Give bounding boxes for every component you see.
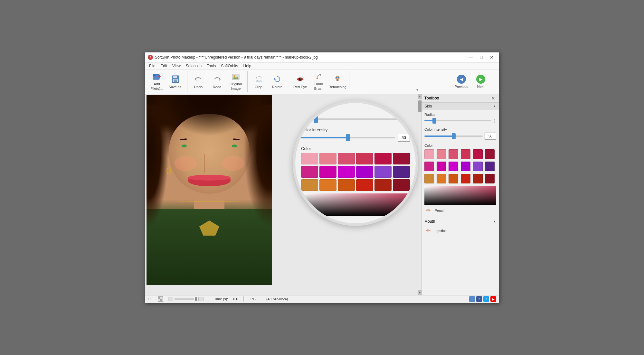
redo-button[interactable]: Redo — [208, 71, 226, 92]
color-swatch-21[interactable] — [301, 166, 318, 178]
menu-tools[interactable]: Tools — [204, 63, 218, 69]
toolbar-more-indicator[interactable]: ▼ — [416, 88, 419, 92]
swatch-r1-1[interactable] — [424, 149, 434, 159]
mag-intensity-container: 50 — [301, 134, 410, 142]
mag-pencil-row: ✏️ ncil — [301, 216, 410, 223]
menu-selection[interactable]: Selection — [183, 63, 204, 69]
color-swatch-16[interactable] — [393, 153, 410, 164]
menu-edit[interactable]: Edit — [158, 63, 170, 69]
scroll-up-button[interactable]: ▲ — [418, 94, 421, 99]
radius-expand-icon[interactable]: ⟩ — [493, 118, 496, 124]
undo-icon — [193, 74, 204, 84]
scroll-thumb[interactable] — [418, 100, 421, 112]
swatch-r2-3[interactable] — [449, 162, 458, 171]
radius-thumb[interactable] — [432, 118, 436, 124]
maximize-button[interactable]: □ — [477, 54, 486, 61]
pencil-tool-icon: ✏ — [424, 207, 432, 214]
swatch-r1-4[interactable] — [461, 149, 470, 159]
color-swatch-15[interactable] — [374, 153, 392, 164]
swatch-r2-2[interactable] — [437, 162, 446, 171]
undo-brush-label: Undo Brush — [314, 82, 324, 90]
intensity-value[interactable]: 50 — [485, 133, 496, 140]
info-icon[interactable]: i — [469, 296, 475, 302]
swatch-r3-4[interactable] — [461, 174, 470, 183]
menu-help[interactable]: Help — [241, 63, 254, 69]
swatch-r2-1[interactable] — [424, 162, 434, 171]
zoom-slider-thumb[interactable] — [195, 297, 197, 301]
facebook-icon[interactable]: f — [476, 296, 482, 302]
swatch-r1-2[interactable] — [437, 149, 446, 159]
youtube-icon[interactable]: ▶ — [490, 296, 496, 302]
previous-button[interactable]: ◀ Previous — [452, 71, 470, 92]
color-swatch-11[interactable] — [301, 153, 318, 164]
color-picker[interactable] — [424, 186, 496, 205]
zoom-minus-button[interactable]: - — [168, 297, 173, 301]
minimize-button[interactable]: — — [467, 54, 476, 61]
color-swatch-36[interactable] — [393, 179, 410, 191]
save-as-button[interactable]: Save as. — [166, 71, 185, 92]
swatch-r1-3[interactable] — [449, 149, 458, 159]
swatch-r2-6[interactable] — [485, 162, 495, 171]
svg-rect-19 — [161, 299, 162, 301]
swatch-r3-3[interactable] — [449, 174, 458, 183]
zoom-fit-button[interactable] — [158, 296, 163, 302]
color-swatch-32[interactable] — [319, 179, 336, 191]
color-swatch-22[interactable] — [319, 166, 336, 178]
color-swatch-35[interactable] — [374, 179, 392, 191]
swatch-r2-5[interactable] — [473, 162, 483, 171]
scroll-down-button[interactable]: ▼ — [418, 290, 421, 295]
swatch-r1-6[interactable] — [485, 149, 495, 159]
radius-track[interactable] — [424, 120, 491, 121]
close-button[interactable]: ✕ — [487, 54, 496, 61]
swatch-r2-4[interactable] — [461, 162, 470, 171]
color-swatch-24[interactable] — [356, 166, 373, 178]
rotate-button[interactable]: Rotate — [268, 71, 286, 92]
twitter-icon[interactable]: t — [483, 296, 489, 302]
undo-brush-icon — [314, 72, 324, 81]
color-swatch-23[interactable] — [338, 166, 355, 178]
color-label: Color — [424, 144, 496, 147]
color-swatch-12[interactable] — [319, 153, 336, 164]
skin-section-header[interactable]: Skin ▲ — [422, 103, 499, 110]
color-swatch-33[interactable] — [338, 179, 355, 191]
original-image-button[interactable]: Original Image — [227, 71, 245, 92]
mag-intensity-value[interactable]: 50 — [398, 134, 410, 142]
undo-button[interactable]: Undo — [189, 71, 207, 92]
mag-intensity-track[interactable] — [301, 137, 395, 138]
original-image-label: Original Image — [230, 82, 242, 90]
mag-radius-thumb[interactable] — [314, 116, 318, 123]
swatch-r3-2[interactable] — [437, 174, 446, 183]
add-files-button[interactable]: Add File(s)... — [148, 71, 166, 92]
color-swatch-25[interactable] — [374, 166, 392, 178]
image-area[interactable]: Radius ⟩ Color intensity — [145, 94, 421, 295]
color-swatch-26[interactable] — [393, 166, 410, 178]
swatch-r3-6[interactable] — [485, 174, 495, 183]
intensity-track[interactable] — [424, 135, 483, 137]
retouching-button[interactable]: Retouching — [328, 71, 346, 92]
swatch-r3-1[interactable] — [424, 174, 434, 183]
menu-view[interactable]: View — [170, 63, 183, 69]
save-as-label: Save as. — [169, 85, 183, 89]
color-swatch-14[interactable] — [356, 153, 373, 164]
color-swatch-31[interactable] — [301, 179, 318, 191]
menu-file[interactable]: File — [147, 63, 158, 69]
intensity-thumb[interactable] — [452, 133, 456, 139]
mag-color-picker[interactable] — [301, 193, 410, 216]
mouth-section-header[interactable]: Mouth ▲ — [424, 219, 496, 224]
undo-brush-button[interactable]: Undo Brush — [310, 71, 328, 92]
color-swatch-34[interactable] — [356, 179, 373, 191]
right-scrollbar[interactable]: ▲ ▼ — [418, 94, 421, 295]
swatch-r1-5[interactable] — [473, 149, 483, 159]
zoom-slider[interactable] — [175, 298, 194, 300]
crop-button[interactable]: Crop — [250, 71, 268, 92]
next-button[interactable]: ▶ Next — [472, 71, 490, 92]
swatch-r3-5[interactable] — [473, 174, 483, 183]
mag-intensity-thumb[interactable] — [346, 134, 350, 141]
mag-radius-expand[interactable]: ⟩ — [402, 116, 410, 123]
zoom-plus-button[interactable]: + — [198, 297, 204, 301]
red-eye-button[interactable]: Red Eye — [291, 71, 309, 92]
mag-radius-track[interactable] — [301, 118, 400, 120]
menu-softorbits[interactable]: SoftOrbits — [218, 63, 241, 69]
color-swatch-13[interactable] — [338, 153, 355, 164]
toolbox-close-button[interactable]: ✕ — [490, 95, 496, 101]
